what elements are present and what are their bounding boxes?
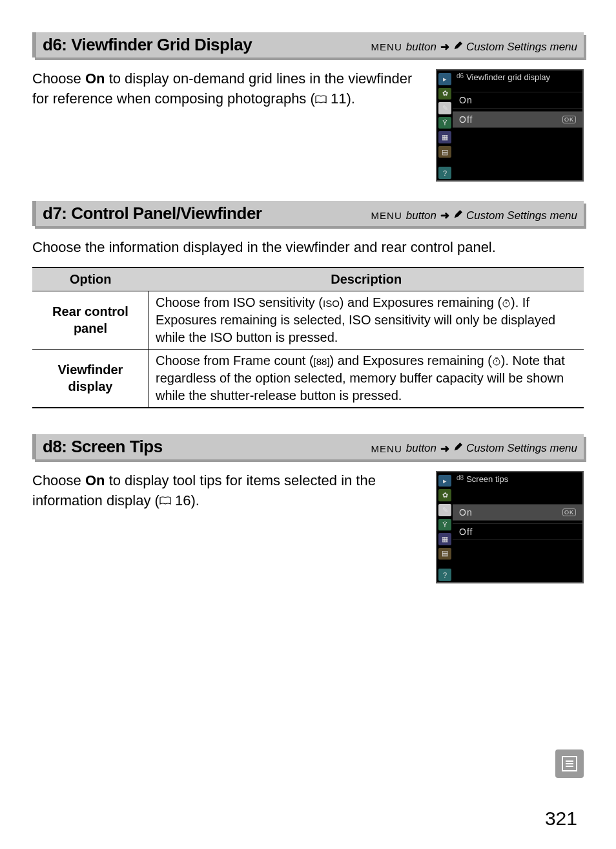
side-mymenu-icon: ▤ bbox=[438, 146, 451, 158]
side-pencil-icon: ✎ bbox=[438, 102, 451, 114]
section-body-d8: Choose On to display tool tips for items… bbox=[32, 471, 584, 583]
side-setup-icon: ▦ bbox=[438, 131, 451, 143]
side-camera-icon: ✿ bbox=[438, 88, 451, 100]
side-play-icon: ▸ bbox=[438, 475, 451, 487]
section-bar-d7: d7: Control Panel/Viewfinder MENU button… bbox=[32, 201, 584, 226]
side-setup-icon: ▦ bbox=[438, 533, 451, 545]
arrow-icon: ➜ bbox=[440, 442, 449, 456]
menu-label: MENU bbox=[371, 41, 402, 52]
pencil-icon bbox=[453, 41, 462, 54]
side-camera-icon: ✿ bbox=[438, 489, 451, 501]
section-nav-d7: MENU button ➜ Custom Settings menu bbox=[371, 209, 577, 222]
arrow-icon: ➜ bbox=[440, 209, 449, 222]
side-help-icon: ? bbox=[438, 569, 451, 581]
lcd-side-icons: ▸ ✿ ✎ Ý ▦ ▤ ? bbox=[437, 472, 453, 582]
book-icon bbox=[315, 90, 327, 110]
timer-icon bbox=[492, 353, 501, 368]
nav-target: Custom Settings menu bbox=[466, 41, 577, 54]
lcd-option-on[interactable]: On bbox=[453, 92, 582, 109]
section-body-d6: Choose On to display on-demand grid line… bbox=[32, 69, 584, 182]
button-word: button bbox=[406, 41, 436, 54]
timer-icon bbox=[502, 295, 511, 309]
th-option: Option bbox=[32, 267, 149, 291]
section-bar-d6: d6: Viewfinder Grid Display MENU button … bbox=[32, 32, 584, 58]
side-help-icon: ? bbox=[438, 167, 451, 179]
section-nav-d8: MENU button ➜ Custom Settings menu bbox=[371, 442, 577, 456]
lcd-title-d6: d6 Viewfinder grid display bbox=[453, 70, 582, 84]
body-text-d8: Choose On to display tool tips for items… bbox=[32, 471, 423, 511]
lcd-main: d6 Viewfinder grid display On Off OK bbox=[453, 70, 582, 180]
side-pencil-icon: ✎ bbox=[438, 504, 451, 516]
table-row: Viewfinder display Choose from Frame cou… bbox=[32, 349, 584, 408]
iso-glyph: ISO bbox=[323, 298, 340, 309]
ok-indicator: OK bbox=[562, 116, 576, 123]
lcd-option-on[interactable]: On OK bbox=[453, 504, 582, 521]
th-description: Description bbox=[149, 267, 584, 291]
option-viewfinder-display: Viewfinder display bbox=[32, 349, 149, 408]
page-menu-icon bbox=[555, 749, 584, 778]
body-text-d6: Choose On to display on-demand grid line… bbox=[32, 69, 423, 109]
side-play-icon: ▸ bbox=[438, 73, 451, 85]
lcd-option-off[interactable]: Off OK bbox=[453, 111, 582, 128]
side-retouch-icon: Ý bbox=[438, 117, 451, 129]
section-bar-d8: d8: Screen Tips MENU button ➜ Custom Set… bbox=[32, 434, 584, 459]
manual-page: d6: Viewfinder Grid Display MENU button … bbox=[0, 0, 616, 849]
frame-count-glyph: [88] bbox=[314, 356, 330, 367]
table-row: Rear control panel Choose from ISO sensi… bbox=[32, 291, 584, 349]
ok-indicator: OK bbox=[562, 508, 576, 516]
arrow-icon: ➜ bbox=[440, 40, 449, 54]
options-table-d7: Option Description Rear control panel Ch… bbox=[32, 267, 584, 408]
side-retouch-icon: Ý bbox=[438, 519, 451, 531]
lcd-option-off[interactable]: Off bbox=[453, 523, 582, 540]
lcd-mock-d8: ▸ ✿ ✎ Ý ▦ ▤ ? d8 Screen tips On OK Off bbox=[436, 471, 584, 583]
desc-rear-control-panel: Choose from ISO sensitivity (ISO) and Ex… bbox=[149, 291, 584, 349]
page-number: 321 bbox=[545, 808, 577, 830]
side-mymenu-icon: ▤ bbox=[438, 548, 451, 560]
book-icon bbox=[159, 491, 171, 511]
section-title-d6: d6: Viewfinder Grid Display bbox=[43, 35, 252, 55]
section-nav-d6: MENU button ➜ Custom Settings menu bbox=[371, 40, 577, 54]
pencil-icon bbox=[453, 209, 462, 222]
lcd-side-icons: ▸ ✿ ✎ Ý ▦ ▤ ? bbox=[437, 70, 453, 180]
option-rear-control-panel: Rear control panel bbox=[32, 291, 149, 349]
body-text-d7: Choose the information displayed in the … bbox=[32, 238, 584, 258]
lcd-main: d8 Screen tips On OK Off bbox=[453, 472, 582, 582]
section-title-d8: d8: Screen Tips bbox=[43, 437, 163, 457]
section-title-d7: d7: Control Panel/Viewfinder bbox=[43, 204, 262, 224]
desc-viewfinder-display: Choose from Frame count ([88]) and Expos… bbox=[149, 349, 584, 408]
pencil-icon bbox=[453, 442, 462, 455]
lcd-title-d8: d8 Screen tips bbox=[453, 472, 582, 486]
lcd-mock-d6: ▸ ✿ ✎ Ý ▦ ▤ ? d6 Viewfinder grid display… bbox=[436, 69, 584, 182]
